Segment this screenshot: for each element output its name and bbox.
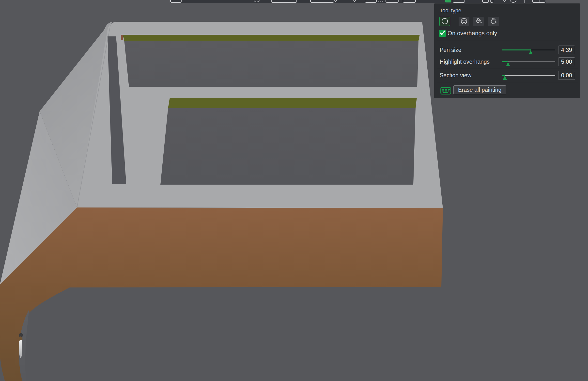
toolbar-ellipsis-icon[interactable]: [378, 1, 379, 2]
erase-all-painting-button[interactable]: Erase all painting: [453, 85, 506, 94]
erase-row: Erase all painting: [434, 85, 580, 96]
circle-brush-icon: [441, 18, 448, 26]
pen-size-label: Pen size: [440, 45, 461, 55]
smart-fill-icon: [490, 18, 497, 26]
tool-fill-bucket-button[interactable]: [473, 17, 484, 26]
toolbar-button-fragment[interactable]: [310, 0, 334, 3]
sphere-brush-icon: [460, 18, 468, 26]
section-view-label: Section view: [440, 71, 471, 80]
highlight-overhangs-slider-thumb[interactable]: [506, 62, 510, 66]
section-view-slider-thumb[interactable]: [503, 76, 507, 80]
on-overhangs-only-label: On overhangs only: [447, 30, 497, 37]
toolbar-button-fragment[interactable]: [365, 0, 377, 3]
toolbar-divider: [524, 0, 525, 3]
model-front-window-interior: [160, 108, 416, 185]
highlight-overhangs-slider[interactable]: [502, 62, 555, 66]
section-view-value[interactable]: 0.00: [558, 71, 575, 80]
toolbar-button-fragment[interactable]: [482, 0, 489, 3]
model-front-face-brown: [0, 208, 443, 287]
toolbar-button-fragment[interactable]: [490, 0, 493, 3]
on-overhangs-only-row: On overhangs only: [439, 30, 497, 37]
panel-separator: [437, 40, 578, 40]
paint-tool-panel: Tool type: [434, 3, 580, 98]
section-view-row: Section view 0.00: [434, 71, 580, 80]
top-toolbar: [170, 0, 546, 3]
pen-size-row: Pen size 4.39: [434, 45, 580, 55]
toolbar-active-tool-indicator[interactable]: [445, 0, 451, 2]
toolbar-circle-icon[interactable]: [510, 0, 517, 3]
toolbar-button-fragment[interactable]: [385, 0, 399, 3]
model-rear-window-interior: [124, 41, 419, 87]
keyboard-shortcut-icon: [441, 87, 451, 95]
toolbar-circle-icon[interactable]: [253, 0, 260, 2]
overhang-paint-stripe-front: [168, 98, 417, 108]
highlight-overhangs-row: Highlight overhangs 5.00: [434, 57, 580, 66]
paint-sliver: [121, 35, 123, 40]
pen-size-slider[interactable]: [502, 50, 555, 55]
panel-separator: [437, 69, 578, 69]
tool-sphere-brush-button[interactable]: [459, 17, 469, 26]
checkmark-icon: [439, 30, 446, 37]
toolbar-button-fragment[interactable]: [453, 0, 465, 3]
toolbar-chevron-down-icon[interactable]: [502, 0, 507, 2]
overhang-paint-stripe-rear: [123, 35, 420, 41]
toolbar-split-button[interactable]: [532, 0, 546, 3]
fill-bucket-icon: [475, 18, 482, 26]
tool-smart-fill-button[interactable]: [488, 17, 499, 26]
on-overhangs-only-checkbox[interactable]: [439, 30, 446, 37]
highlight-overhangs-label: Highlight overhangs: [440, 57, 490, 66]
tool-circle-brush-button[interactable]: [440, 17, 450, 26]
tool-type-label: Tool type: [440, 7, 461, 14]
section-view-slider[interactable]: [502, 75, 555, 80]
slicer-app: { "panel": { "title": "Tool type", "tool…: [0, 0, 588, 381]
toolbar-button-fragment[interactable]: [170, 0, 182, 3]
toolbar-button-fragment[interactable]: [403, 0, 416, 3]
pen-size-value[interactable]: 4.39: [558, 45, 575, 54]
pen-size-slider-thumb[interactable]: [529, 50, 533, 54]
panel-separator: [437, 82, 578, 82]
highlight-overhangs-value[interactable]: 5.00: [558, 57, 575, 66]
toolbar-button-fragment[interactable]: [271, 0, 297, 3]
toolbar-chevron-down-icon[interactable]: [352, 0, 357, 2]
